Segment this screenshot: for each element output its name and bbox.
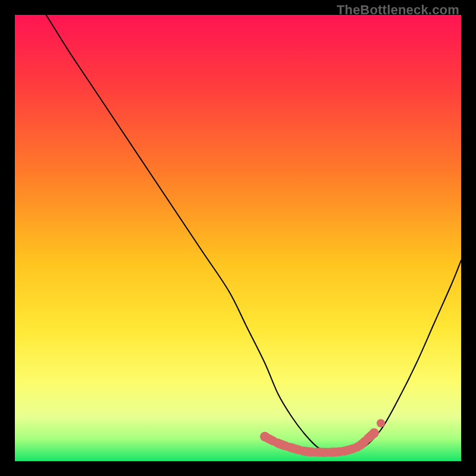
gradient-background (15, 15, 461, 461)
gradient-rect (15, 15, 461, 461)
chart-frame: TheBottleneck.com (0, 0, 476, 476)
svg-point-2 (377, 419, 385, 427)
watermark-text: TheBottleneck.com (337, 2, 459, 18)
svg-point-1 (369, 428, 379, 438)
svg-point-0 (260, 432, 270, 441)
plot-area (15, 15, 461, 461)
